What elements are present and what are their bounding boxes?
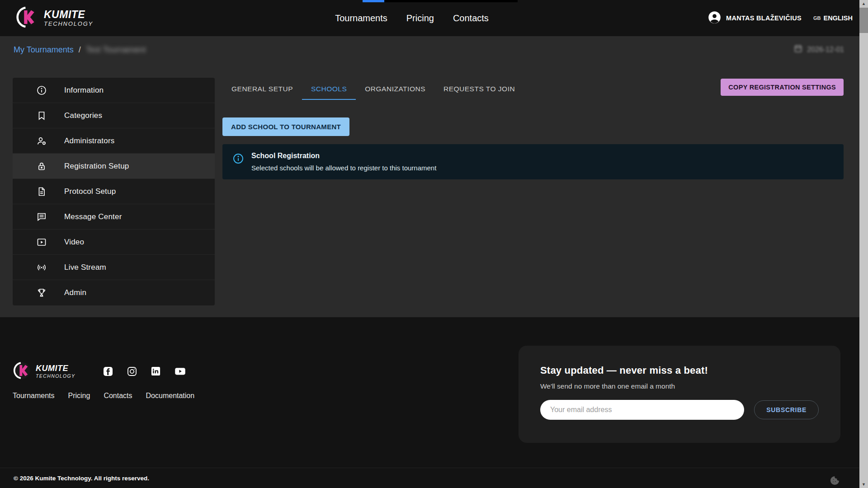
brand-name: KUMITE xyxy=(44,9,93,20)
bookmark-icon xyxy=(36,110,47,121)
breadcrumb-current-tournament-redacted: Test Tournament xyxy=(86,45,146,55)
nav-contacts[interactable]: Contacts xyxy=(453,13,489,23)
tournament-date-badge: 2026-12-01 xyxy=(793,44,844,55)
sidebar-item-live-stream[interactable]: Live Stream xyxy=(13,255,215,280)
trophy-icon xyxy=(36,287,47,298)
sidebar-item-administrators[interactable]: Administrators xyxy=(13,128,215,154)
tab-requests-to-join[interactable]: REQUESTS TO JOIN xyxy=(434,78,524,100)
user-menu[interactable]: MANTAS BLAŽEVIČIUS xyxy=(708,11,802,26)
alert-body: Selected schools will be allowed to regi… xyxy=(251,164,436,172)
copyright-text: © 2026 Kumite Technology. All rights res… xyxy=(14,475,149,482)
footer-link-contacts[interactable]: Contacts xyxy=(104,392,132,400)
sidebar-item-message-center[interactable]: Message Center xyxy=(13,204,215,230)
top-strip xyxy=(363,0,518,2)
newsletter-subtitle: We'll send no more than one email a mont… xyxy=(540,382,819,390)
content-layout: Information Categories Administrators Re… xyxy=(13,78,844,305)
sidebar-item-label: Categories xyxy=(64,111,102,120)
tab-general-setup[interactable]: GENERAL SETUP xyxy=(222,78,302,100)
info-icon xyxy=(232,153,244,166)
kumite-logo-icon xyxy=(13,361,31,381)
school-registration-alert: School Registration Selected schools wil… xyxy=(222,144,844,179)
brand-logo[interactable]: KUMITE TECHNOLOGY xyxy=(15,6,93,30)
tab-schools[interactable]: SCHOOLS xyxy=(302,78,356,100)
sidebar-item-label: Video xyxy=(64,238,84,247)
footer-link-pricing[interactable]: Pricing xyxy=(68,392,90,400)
tournament-sidebar: Information Categories Administrators Re… xyxy=(13,78,215,305)
newsletter-card: Stay updated — never miss a beat! We'll … xyxy=(519,346,840,443)
scrollbar-track[interactable]: ▲ ▼ xyxy=(859,0,868,488)
footer-link-documentation[interactable]: Documentation xyxy=(146,392,195,400)
linkedin-icon[interactable] xyxy=(151,366,161,376)
subscribe-button[interactable]: SUBSCRIBE xyxy=(754,400,819,419)
sidebar-item-information[interactable]: Information xyxy=(13,78,215,103)
sidebar-item-label: Live Stream xyxy=(64,263,106,272)
breadcrumb-separator: / xyxy=(79,45,81,55)
add-school-to-tournament-button[interactable]: ADD SCHOOL TO TOURNAMENT xyxy=(222,117,349,136)
sidebar-item-label: Administrators xyxy=(64,136,114,145)
footer: KUMITE TECHNOLOGY Tournaments Pricing Co… xyxy=(0,317,868,488)
user-name: MANTAS BLAŽEVIČIUS xyxy=(726,14,802,22)
scrollbar-thumb[interactable] xyxy=(859,8,868,33)
cookie-icon[interactable] xyxy=(830,475,840,488)
footer-bottom-bar: © 2026 Kumite Technology. All rights res… xyxy=(0,468,868,488)
footer-brand-name: KUMITE xyxy=(36,364,75,373)
scroll-down-arrow[interactable]: ▼ xyxy=(859,481,868,488)
sidebar-item-categories[interactable]: Categories xyxy=(13,103,215,128)
alert-title: School Registration xyxy=(251,152,436,160)
video-icon xyxy=(36,237,47,248)
brand-subtitle: TECHNOLOGY xyxy=(44,20,93,27)
info-icon xyxy=(36,85,47,96)
sidebar-item-registration-setup[interactable]: Registration Setup xyxy=(13,154,215,179)
social-links xyxy=(103,365,186,377)
manage-accounts-icon xyxy=(36,136,47,146)
main-nav: Tournaments Pricing Contacts xyxy=(335,0,489,36)
sidebar-item-label: Protocol Setup xyxy=(64,187,116,196)
footer-brand-logo[interactable]: KUMITE TECHNOLOGY xyxy=(13,361,75,381)
instagram-icon[interactable] xyxy=(127,366,137,377)
sidebar-item-label: Admin xyxy=(64,288,86,297)
footer-brand-subtitle: TECHNOLOGY xyxy=(36,373,75,379)
tournament-date-redacted: 2026-12-01 xyxy=(807,46,844,54)
kumite-logo-icon xyxy=(15,6,38,30)
brand-text: KUMITE TECHNOLOGY xyxy=(44,9,93,27)
document-icon xyxy=(36,186,47,197)
youtube-icon[interactable] xyxy=(174,365,186,377)
calendar-icon xyxy=(793,44,803,55)
nav-pricing[interactable]: Pricing xyxy=(406,13,434,23)
sidebar-item-label: Information xyxy=(64,86,104,95)
sidebar-item-label: Registration Setup xyxy=(64,162,129,171)
footer-nav: Tournaments Pricing Contacts Documentati… xyxy=(13,392,194,400)
top-strip-blue-segment xyxy=(363,0,384,2)
footer-brand-text: KUMITE TECHNOLOGY xyxy=(36,364,75,379)
sidebar-item-protocol-setup[interactable]: Protocol Setup xyxy=(13,179,215,204)
footer-link-tournaments[interactable]: Tournaments xyxy=(13,392,55,400)
alert-text: School Registration Selected schools wil… xyxy=(251,152,436,172)
copy-registration-settings-button[interactable]: COPY REGISTRATION SETTINGS xyxy=(721,79,844,96)
breadcrumb-my-tournaments[interactable]: My Tournaments xyxy=(14,45,74,55)
newsletter-form: SUBSCRIBE xyxy=(540,400,819,420)
lock-icon xyxy=(36,161,47,172)
breadcrumb: My Tournaments / Test Tournament xyxy=(14,45,146,55)
sidebar-item-admin[interactable]: Admin xyxy=(13,280,215,305)
nav-tournaments[interactable]: Tournaments xyxy=(335,13,387,23)
tab-organizations[interactable]: ORGANIZATIONS xyxy=(356,78,434,100)
scroll-up-arrow[interactable]: ▲ xyxy=(859,0,868,7)
message-icon xyxy=(36,211,47,222)
registration-setup-panel: GENERAL SETUP SCHOOLS ORGANIZATIONS REQU… xyxy=(222,78,844,305)
language-label: ENGLISH xyxy=(824,14,853,22)
top-navbar: KUMITE TECHNOLOGY Tournaments Pricing Co… xyxy=(0,0,868,36)
sidebar-item-label: Message Center xyxy=(64,212,122,221)
language-selector[interactable]: GB ENGLISH xyxy=(813,14,853,22)
topbar-right: MANTAS BLAŽEVIČIUS GB ENGLISH xyxy=(708,11,853,26)
avatar-icon xyxy=(708,11,721,26)
language-flag: GB xyxy=(813,15,821,21)
broadcast-icon xyxy=(36,262,47,273)
sidebar-item-video[interactable]: Video xyxy=(13,230,215,255)
newsletter-title: Stay updated — never miss a beat! xyxy=(540,365,819,376)
facebook-icon[interactable] xyxy=(103,366,113,377)
email-input[interactable] xyxy=(540,400,744,420)
